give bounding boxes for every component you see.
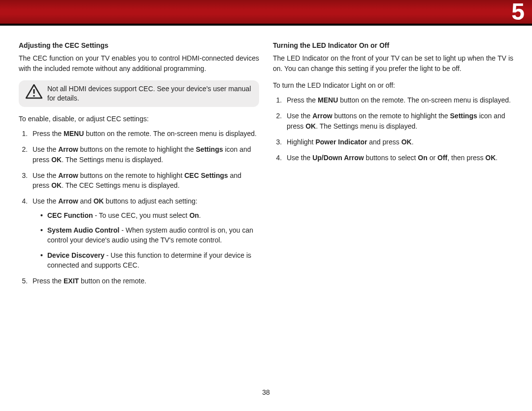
list-item: Use the Arrow buttons on the remote to h… xyxy=(30,144,259,165)
page-body: Adjusting the CEC Settings The CEC funct… xyxy=(0,26,532,292)
led-lead: To turn the LED Indicator Light on or of… xyxy=(273,80,513,90)
chapter-number: 5 xyxy=(511,0,525,25)
svg-rect-0 xyxy=(33,89,35,94)
list-item: Device Discovery - Use this function to … xyxy=(40,250,259,271)
led-steps: Press the MENU button on the remote. The… xyxy=(273,95,513,163)
cec-intro: The CEC function on your TV enables you … xyxy=(19,53,259,73)
led-heading: Turning the LED Indicator On or Off xyxy=(273,40,513,50)
list-item: System Audio Control - When system audio… xyxy=(40,225,259,245)
warning-icon xyxy=(26,84,42,99)
svg-rect-1 xyxy=(33,95,35,97)
cec-lead: To enable, disable, or adjust CEC settin… xyxy=(19,114,259,124)
list-item: Use the Up/Down Arrow buttons to select … xyxy=(284,153,513,163)
cec-options: CEC Function - To use CEC, you must sele… xyxy=(33,210,259,270)
chapter-banner: 5 xyxy=(0,0,532,26)
list-item: CEC Function - To use CEC, you must sele… xyxy=(40,210,259,220)
list-item: Highlight Power Indicator and press OK. xyxy=(284,137,513,147)
list-item: Use the Arrow buttons on the remote to h… xyxy=(284,111,513,131)
list-item: Use the Arrow buttons on the remote to h… xyxy=(30,171,259,191)
list-item: Press the MENU button on the remote. The… xyxy=(30,129,259,138)
left-column: Adjusting the CEC Settings The CEC funct… xyxy=(19,40,259,292)
right-column: Turning the LED Indicator On or Off The … xyxy=(273,40,513,292)
cec-heading: Adjusting the CEC Settings xyxy=(19,40,259,50)
cec-steps: Press the MENU button on the remote. The… xyxy=(19,129,259,286)
warning-note: Not all HDMI devices support CEC. See yo… xyxy=(19,80,259,107)
page-number-footer: 38 xyxy=(0,388,532,396)
list-item: Press the MENU button on the remote. The… xyxy=(284,95,513,105)
list-item: Use the Arrow and OK buttons to adjust e… xyxy=(30,196,259,270)
list-item: Press the EXIT button on the remote. xyxy=(30,276,259,286)
warning-text: Not all HDMI devices support CEC. See yo… xyxy=(47,84,252,103)
led-intro: The LED Indicator on the front of your T… xyxy=(273,53,513,73)
